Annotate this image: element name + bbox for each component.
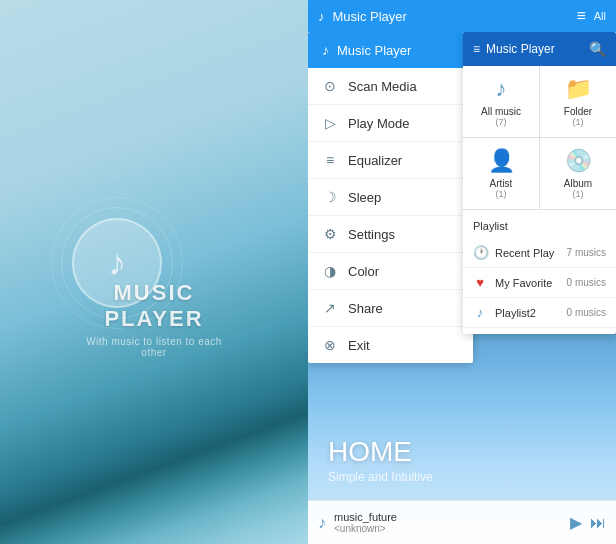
- recent-play-count: 7 musics: [567, 247, 606, 258]
- menu-item-color[interactable]: ◑ Color: [308, 253, 473, 290]
- artist-icon: 👤: [488, 148, 515, 174]
- side-menu: ♪ Music Player ⊙ Scan Media ▷ Play Mode …: [308, 32, 473, 363]
- menu-label-exit: Exit: [348, 338, 370, 353]
- grid-folder[interactable]: 📁 Folder (1): [540, 66, 616, 137]
- panel-header-left: ≡ Music Player: [473, 42, 555, 56]
- app-subtitle: With music to listen to each other: [77, 336, 231, 358]
- right-panel: ♪ Music Player ≡ All ♪ Music Player ⊙ Sc…: [308, 0, 616, 544]
- home-subtitle: Simple and Intuitive: [328, 470, 433, 484]
- app-title-left: MUSIC PLAYER: [77, 280, 231, 332]
- top-bar-menu-button[interactable]: ≡: [576, 7, 585, 25]
- settings-icon: ⚙: [322, 226, 338, 242]
- now-playing-bar: ♪ music_future <unknown> ▶ ⏭: [308, 500, 616, 544]
- all-music-count: (7): [496, 117, 507, 127]
- home-title: HOME: [328, 436, 433, 468]
- playlist-section-header: Playlist: [463, 216, 616, 238]
- menu-header-icon: ♪: [322, 42, 329, 58]
- scan-icon: ⊙: [322, 78, 338, 94]
- heart-icon: ♥: [473, 275, 487, 290]
- folder-count: (1): [573, 117, 584, 127]
- all-music-label: All music: [481, 106, 521, 117]
- menu-item-exit[interactable]: ⊗ Exit: [308, 327, 473, 363]
- color-icon: ◑: [322, 263, 338, 279]
- left-panel: ♪ MUSIC PLAYER With music to listen to e…: [0, 0, 308, 544]
- exit-icon: ⊗: [322, 337, 338, 353]
- grid-album[interactable]: 💿 Album (1): [540, 138, 616, 209]
- album-label: Album: [564, 178, 592, 189]
- album-icon: 💿: [565, 148, 592, 174]
- menu-item-share[interactable]: ↗ Share: [308, 290, 473, 327]
- music-note-icon: ♪: [108, 242, 126, 284]
- all-music-icon: ♪: [496, 76, 507, 102]
- menu-item-equalizer[interactable]: ≡ Equalizer: [308, 142, 473, 179]
- menu-header: ♪ Music Player: [308, 32, 473, 68]
- next-button-icon[interactable]: ⏭: [590, 514, 606, 532]
- menu-header-title: Music Player: [337, 43, 411, 58]
- grid-all-music[interactable]: ♪ All music (7): [463, 66, 539, 137]
- favorite-label: My Favorite: [495, 277, 559, 289]
- main-content-panel: ≡ Music Player 🔍 ♪ All music (7) 📁 Folde…: [463, 32, 616, 334]
- search-icon[interactable]: 🔍: [589, 41, 606, 57]
- album-count: (1): [573, 189, 584, 199]
- top-bar-all-tab[interactable]: All: [594, 10, 606, 22]
- menu-label-equalizer: Equalizer: [348, 153, 402, 168]
- now-playing-title: music_future: [334, 511, 562, 523]
- now-playing-controls: ▶ ⏭: [570, 513, 606, 532]
- playlist-section: Playlist 🕐 Recent Play 7 musics ♥ My Fav…: [463, 210, 616, 334]
- favorite-count: 0 musics: [567, 277, 606, 288]
- menu-label-settings: Settings: [348, 227, 395, 242]
- top-bar-music-icon: ♪: [318, 9, 325, 24]
- menu-item-playmode[interactable]: ▷ Play Mode: [308, 105, 473, 142]
- menu-item-settings[interactable]: ⚙ Settings: [308, 216, 473, 253]
- grid-artist[interactable]: 👤 Artist (1): [463, 138, 539, 209]
- menu-label-color: Color: [348, 264, 379, 279]
- folder-label: Folder: [564, 106, 592, 117]
- top-bar-title: Music Player: [333, 9, 569, 24]
- now-playing-info: music_future <unknown>: [334, 511, 562, 534]
- menu-item-scan[interactable]: ⊙ Scan Media: [308, 68, 473, 105]
- play-button-icon[interactable]: ▶: [570, 513, 582, 532]
- now-playing-icon: ♪: [318, 514, 326, 532]
- menu-label-scan: Scan Media: [348, 79, 417, 94]
- playlist2-count: 0 musics: [567, 307, 606, 318]
- now-playing-artist: <unknown>: [334, 523, 562, 534]
- artist-label: Artist: [490, 178, 513, 189]
- play-mode-icon: ▷: [322, 115, 338, 131]
- equalizer-icon: ≡: [322, 152, 338, 168]
- playlist-playlist2[interactable]: ♪ Playlist2 0 musics: [463, 298, 616, 328]
- top-bar: ♪ Music Player ≡ All: [308, 0, 616, 32]
- list-icon: ≡: [473, 42, 480, 56]
- menu-label-share: Share: [348, 301, 383, 316]
- share-icon: ↗: [322, 300, 338, 316]
- category-grid: ♪ All music (7) 📁 Folder (1) 👤 Artist (1…: [463, 66, 616, 210]
- home-text-block: HOME Simple and Intuitive: [328, 436, 433, 484]
- menu-label-playmode: Play Mode: [348, 116, 409, 131]
- panel-header: ≡ Music Player 🔍: [463, 32, 616, 66]
- recent-play-icon: 🕐: [473, 245, 487, 260]
- artist-count: (1): [496, 189, 507, 199]
- menu-label-sleep: Sleep: [348, 190, 381, 205]
- panel-title: Music Player: [486, 42, 555, 56]
- playlist2-icon: ♪: [473, 305, 487, 320]
- playlist2-label: Playlist2: [495, 307, 559, 319]
- sleep-icon: ☽: [322, 189, 338, 205]
- left-text-block: MUSIC PLAYER With music to listen to eac…: [77, 280, 231, 358]
- playlist-favorite[interactable]: ♥ My Favorite 0 musics: [463, 268, 616, 298]
- menu-item-sleep[interactable]: ☽ Sleep: [308, 179, 473, 216]
- recent-play-label: Recent Play: [495, 247, 559, 259]
- folder-icon: 📁: [565, 76, 592, 102]
- playlist-recent[interactable]: 🕐 Recent Play 7 musics: [463, 238, 616, 268]
